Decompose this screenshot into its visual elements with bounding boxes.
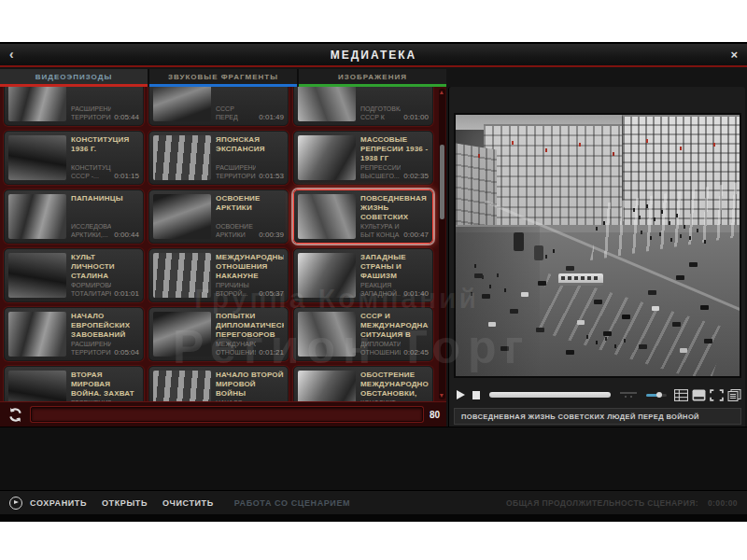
video-title: МАССОВЫЕ РЕПРЕСИИ 1936 - 1938 ГГ <box>360 135 429 163</box>
video-card[interactable]: КОНСТИТУЦИЯ 1936 Г. КОНСТИТУЦИЯ СССР -..… <box>4 131 144 185</box>
fullscreen-icon[interactable] <box>710 389 724 401</box>
scrollbar-thumb[interactable] <box>440 145 444 219</box>
video-card-meta: КУЛЬТ ЛИЧНОСТИ СТАЛИНА ФОРМИРОВАНИЕ ТОТА… <box>66 249 143 301</box>
video-duration: 0:02:45 <box>403 348 429 357</box>
video-card[interactable]: СССР ПЕРЕД ВОЙНОЙ 0:01:49 <box>148 87 289 126</box>
video-card[interactable]: МАССОВЫЕ РЕПРЕСИИ 1936 - 1938 ГГ РЕПРЕСС… <box>293 131 433 185</box>
video-card-meta: ЯПОНСКАЯ ЭКСПАНСИЯ РАСШИРЕНИЕ ТЕРРИТОРИИ… <box>211 132 288 184</box>
video-grid: РАСШИРЕНИЕ ТЕРРИТОРИИ... 0:05:44 СССР ПЕ… <box>4 87 439 401</box>
video-subtitle: РАСШИРЕНИЕ ТЕРРИТОРИИ... <box>71 105 111 121</box>
tab-video-episodes[interactable]: ВИДЕОЭПИЗОДЫ <box>0 69 148 84</box>
now-playing-caption: ПОВСЕДНЕВНАЯ ЖИЗНЬ СОВЕТСКИХ ЛЮДЕЙ ПЕРЕД… <box>454 408 741 425</box>
video-thumbnail <box>153 371 211 401</box>
video-card[interactable]: НАЧАЛО ЕВРОПЕЙСКИХ ЗАВОЕВАНИЙ ГЕРМАНИИ Р… <box>4 307 144 361</box>
video-subtitle: СССР ПЕРЕД ВОЙНОЙ <box>216 105 256 121</box>
video-subtitle: РАСШИРЕНИЕ ТЕРРИТОРИИ... <box>71 340 111 357</box>
video-subtitle: КУЛЬТУРА И БЫТ КОНЦА 3... <box>360 222 401 239</box>
video-card[interactable]: ОБОСТРЕНИЕ МЕЖДУНАРОДНОЙ ОБСТАНОВКИ, КОН… <box>293 366 433 401</box>
volume-slider[interactable] <box>646 394 667 397</box>
play-circle-icon[interactable] <box>9 497 22 510</box>
video-card[interactable]: КУЛЬТ ЛИЧНОСТИ СТАЛИНА ФОРМИРОВАНИЕ ТОТА… <box>4 248 144 302</box>
video-card[interactable]: ВТОРАЯ МИРОВАЯ ВОЙНА. ЗАХВАТ ПОЛЬШИ ГЕРМ… <box>4 366 144 401</box>
video-thumbnail <box>8 135 66 180</box>
close-icon[interactable]: × <box>730 48 738 62</box>
play-icon[interactable] <box>457 390 465 399</box>
video-duration: 0:00:47 <box>403 231 429 239</box>
video-grid-viewport: РАСШИРЕНИЕ ТЕРРИТОРИИ... 0:05:44 СССР ПЕ… <box>0 87 446 401</box>
timecode <box>620 392 637 398</box>
video-duration: 0:01:40 <box>403 289 429 298</box>
video-frame[interactable] <box>454 113 741 378</box>
video-card-meta: НАЧАЛО ЕВРОПЕЙСКИХ ЗАВОЕВАНИЙ ГЕРМАНИИ Р… <box>66 308 143 360</box>
video-duration: 0:00:39 <box>259 231 284 239</box>
video-subtitle: ФОРМИРОВАНИЕ ТОТАЛИТАРНО... <box>71 281 111 298</box>
tab-sound-fragments[interactable]: ЗВУКОВЫЕ ФРАГМЕНТЫ <box>149 69 297 84</box>
video-card-meta: СССР И МЕЖДУНАРОДНАЯ СИТУАЦИЯ В ПЕРИОД Д… <box>356 308 432 360</box>
tab-images[interactable]: ИЗОБРАЖЕНИЯ <box>299 69 446 84</box>
video-thumbnail <box>298 312 356 357</box>
frame-icon[interactable] <box>692 389 706 401</box>
tab-label: ИЗОБРАЖЕНИЯ <box>338 73 407 81</box>
list-scrollbar[interactable] <box>439 89 445 399</box>
clear-button[interactable]: ОЧИСТИТЬ <box>162 498 214 508</box>
video-thumbnail <box>8 194 66 239</box>
video-duration: 0:01:15 <box>114 172 139 180</box>
scenario-strip <box>0 427 747 490</box>
video-card[interactable]: ЗАПАДНЫЕ СТРАНЫ И ФАШИЗМ РЕАКЦИЯ ЗАПАДНО… <box>293 248 433 302</box>
video-duration: 0:01:49 <box>259 113 284 121</box>
total-duration-value: 0:00:00 <box>708 498 738 508</box>
video-title: ПАПАНИНЦЫ <box>71 194 139 203</box>
video-list-panel: РАСШИРЕНИЕ ТЕРРИТОРИИ... 0:05:44 СССР ПЕ… <box>0 87 446 427</box>
video-card[interactable]: НАЧАЛО ВТОРОЙ МИРОВОЙ ВОЙНЫ НАЧАЛО ВТОРО… <box>148 366 289 401</box>
save-button[interactable]: СОХРАНИТЬ <box>30 498 87 508</box>
scroll-down-icon[interactable] <box>440 394 444 398</box>
scene-shadow <box>456 227 540 378</box>
video-thumbnail <box>298 371 356 401</box>
video-thumbnail <box>8 87 66 121</box>
video-card[interactable]: СССР И МЕЖДУНАРОДНАЯ СИТУАЦИЯ В ПЕРИОД Д… <box>293 307 433 361</box>
video-card-meta: РАСШИРЕНИЕ ТЕРРИТОРИИ... 0:05:44 <box>66 87 143 125</box>
video-thumbnail <box>298 135 356 180</box>
video-card[interactable]: ОСВОЕНИЕ АРКТИКИ ОСВОЕНИЕ АРКТИКИ 0:00:3… <box>148 189 289 244</box>
video-title: ОСВОЕНИЕ АРКТИКИ <box>216 194 284 213</box>
video-card[interactable]: РАСШИРЕНИЕ ТЕРРИТОРИИ... 0:05:44 <box>4 87 144 126</box>
refresh-icon[interactable] <box>7 406 24 424</box>
video-title: СССР И МЕЖДУНАРОДНАЯ СИТУАЦИЯ В ПЕРИОД <box>360 312 429 340</box>
video-duration: 0:01:00 <box>403 113 429 121</box>
video-title: ПОПЫТКИ ДИПЛОМАТИЧЕСКИХ ПЕРЕГОВОРОВ <box>216 312 284 340</box>
video-card[interactable]: ЯПОНСКАЯ ЭКСПАНСИЯ РАСШИРЕНИЕ ТЕРРИТОРИИ… <box>148 131 289 185</box>
filter-progress-bar[interactable] <box>31 407 423 422</box>
video-subtitle: КОНСТИТУЦИЯ СССР -... <box>71 163 111 180</box>
video-duration: 0:01:53 <box>259 172 284 180</box>
video-card[interactable]: МЕЖДУНАРОДНЫЕ ОТНОШЕНИЯ НАКАНУНЕ ВОЙНЫ П… <box>148 248 289 302</box>
video-card[interactable]: ПОВСЕДНЕВНАЯ ЖИЗНЬ СОВЕТСКИХ ЛЮДЕЙ ПЕРЕД… <box>293 189 433 244</box>
copy-doc-icon[interactable] <box>727 389 741 401</box>
scroll-up-icon[interactable] <box>440 91 444 94</box>
video-subtitle: РЕАКЦИЯ ЗАПАДНОЙ... <box>360 281 401 298</box>
playlist-grid-icon[interactable] <box>674 389 688 401</box>
open-button[interactable]: ОТКРЫТЬ <box>102 498 148 508</box>
volume-thumb[interactable] <box>656 392 662 398</box>
video-card[interactable]: ПОДГОТОВКА СССР К ВОЙНЕ 0:01:00 <box>293 87 433 126</box>
video-thumbnail <box>298 87 356 121</box>
video-card-meta: МАССОВЫЕ РЕПРЕСИИ 1936 - 1938 ГГ РЕПРЕСС… <box>356 132 432 184</box>
video-card-meta: ВТОРАЯ МИРОВАЯ ВОЙНА. ЗАХВАТ ПОЛЬШИ ГЕРМ… <box>66 367 143 401</box>
video-card[interactable]: ПАПАНИНЦЫ ИССЛЕДОВАНИЕ АРКТИКИ,... 0:00:… <box>4 189 144 244</box>
video-card-meta: СССР ПЕРЕД ВОЙНОЙ 0:01:49 <box>211 87 288 125</box>
video-card[interactable]: ПОПЫТКИ ДИПЛОМАТИЧЕСКИХ ПЕРЕГОВОРОВ МЕЖД… <box>148 307 289 361</box>
player-panel: ПОВСЕДНЕВНАЯ ЖИЗНЬ СОВЕТСКИХ ЛЮДЕЙ ПЕРЕД… <box>448 87 745 427</box>
seek-bar[interactable] <box>489 392 611 398</box>
stop-icon[interactable] <box>472 391 480 399</box>
window-title: МЕДИАТЕКА <box>0 49 747 62</box>
video-subtitle: ДИПЛОМАТИЧ... ОТНОШЕНИЙ... <box>360 340 401 357</box>
video-card-meta: КОНСТИТУЦИЯ 1936 Г. КОНСТИТУЦИЯ СССР -..… <box>66 132 143 184</box>
video-subtitle: ИССЛЕДОВАНИЕ АРКТИКИ,... <box>71 222 111 239</box>
tab-bar: ВИДЕОЭПИЗОДЫ ЗВУКОВЫЕ ФРАГМЕНТЫ ИЗОБРАЖЕ… <box>0 69 446 84</box>
list-bottom-bar: 80 <box>0 401 446 427</box>
video-duration: 0:05:04 <box>114 348 139 357</box>
video-card-meta: НАЧАЛО ВТОРОЙ МИРОВОЙ ВОЙНЫ НАЧАЛО ВТОРО… <box>211 367 288 401</box>
total-duration-label: ОБЩАЯ ПРОДОЛЖИТЕЛЬНОСТЬ СЦЕНАРИЯ: <box>506 498 698 508</box>
video-duration: 0:02:35 <box>403 172 429 180</box>
video-card-meta: ПОВСЕДНЕВНАЯ ЖИЗНЬ СОВЕТСКИХ ЛЮДЕЙ ПЕРЕД… <box>356 190 432 243</box>
video-title: ЯПОНСКАЯ ЭКСПАНСИЯ <box>216 135 284 154</box>
